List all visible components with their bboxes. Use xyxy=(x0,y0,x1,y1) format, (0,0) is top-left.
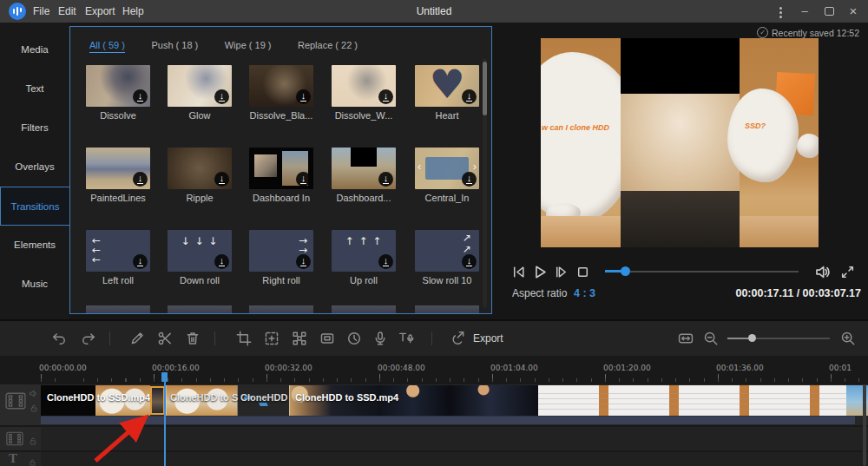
transitions-panel: All ( 59 ) Push ( 18 ) Wipe ( 19 ) Repla… xyxy=(69,26,492,314)
duration-clock-button[interactable] xyxy=(346,331,362,346)
sidebar-item-overlays[interactable]: Overlays xyxy=(0,148,69,187)
previous-frame-button[interactable] xyxy=(511,265,526,283)
kebab-menu-icon[interactable] xyxy=(771,0,790,23)
volume-icon[interactable] xyxy=(814,264,831,284)
next-frame-button[interactable] xyxy=(554,265,569,283)
split-scissors-button[interactable] xyxy=(157,331,173,346)
timeline-transition-clip[interactable] xyxy=(150,386,165,415)
transition-item-heart[interactable]: ♥ ↓ Heart xyxy=(415,65,479,122)
seek-slider[interactable] xyxy=(605,271,799,272)
crop-button[interactable] xyxy=(236,331,252,346)
track-lock-icon[interactable] xyxy=(30,404,38,413)
timeline-zoom-handle[interactable] xyxy=(748,334,756,342)
transition-item-dissolve-black[interactable]: ↓ Dissolve_Bla... xyxy=(249,65,313,122)
minimize-button[interactable]: – xyxy=(795,0,814,23)
download-icon[interactable]: ↓ xyxy=(378,254,393,269)
fit-timeline-button[interactable] xyxy=(678,331,694,346)
left-arrows-icon: ← ← ← xyxy=(92,236,101,265)
download-icon[interactable]: ↓ xyxy=(296,89,311,104)
redo-button[interactable] xyxy=(81,331,96,346)
voiceover-mic-button[interactable] xyxy=(372,331,388,346)
timeline-scrollbar[interactable] xyxy=(863,384,866,466)
stop-button[interactable] xyxy=(575,265,590,283)
text-to-speech-button[interactable] xyxy=(398,331,414,346)
sidebar: Media Text Filters Overlays Transitions … xyxy=(0,23,69,319)
transition-thumbnail: ↓ ↓ ↓ ↓ xyxy=(168,230,232,272)
sidebar-item-transitions[interactable]: Transitions xyxy=(0,187,69,226)
transition-item-slow-roll[interactable]: ↗ ↗ ↓ Slow roll 10 xyxy=(415,230,479,287)
fullscreen-icon[interactable] xyxy=(840,265,855,283)
clip-label: CloneHDD to SSD.mp4 xyxy=(47,392,150,403)
video-track-2[interactable] xyxy=(0,427,868,450)
mosaic-button[interactable] xyxy=(292,331,307,346)
transition-item-dissolve-white[interactable]: ↓ Dissolve_W... xyxy=(332,65,396,122)
playhead-line[interactable] xyxy=(164,372,166,466)
transition-item-ripple[interactable]: ↓ Ripple xyxy=(168,148,232,205)
download-icon[interactable]: ↓ xyxy=(296,254,311,269)
tab-replace[interactable]: Replace ( 22 ) xyxy=(298,40,358,52)
track-lock-icon[interactable] xyxy=(29,458,36,466)
zoom-out-button[interactable] xyxy=(703,331,719,346)
transition-item-up-roll[interactable]: ↑ ↑ ↑ ↓ Up roll xyxy=(332,230,396,287)
transition-item-paintedlines[interactable]: ↓ PaintedLines xyxy=(86,148,150,205)
tab-all[interactable]: All ( 59 ) xyxy=(89,40,125,53)
maximize-button[interactable] xyxy=(819,0,838,23)
download-icon[interactable]: ↓ xyxy=(214,254,229,269)
play-button[interactable] xyxy=(531,264,548,284)
zoom-frame-button[interactable] xyxy=(264,331,279,346)
transition-thumbnail: ↓ xyxy=(332,65,396,107)
tab-wipe[interactable]: Wipe ( 19 ) xyxy=(225,40,272,52)
sidebar-item-text[interactable]: Text xyxy=(0,69,69,108)
download-icon[interactable]: ↓ xyxy=(296,172,311,187)
delete-trash-button[interactable] xyxy=(185,331,201,346)
download-icon[interactable]: ↓ xyxy=(133,172,148,187)
download-icon[interactable]: ↓ xyxy=(462,172,477,187)
timecode: 00:00:17.11 / 00:03:07.17 xyxy=(735,287,861,299)
transition-item-central-in[interactable]: ‹ › ↓ Central_In xyxy=(415,148,479,205)
clip-4-segment[interactable] xyxy=(378,385,538,416)
download-icon[interactable]: ↓ xyxy=(462,89,477,104)
timeline: 00:00:00.00 00:00:16.00 00:00:32.00 00:0… xyxy=(0,356,868,466)
tab-push[interactable]: Push ( 18 ) xyxy=(151,40,198,52)
transition-item-dashboard[interactable]: ↓ Dashboard... xyxy=(332,148,396,205)
transition-thumbnail: ↓ xyxy=(168,65,232,107)
download-icon[interactable]: ↓ xyxy=(214,172,229,187)
transition-item-down-roll[interactable]: ↓ ↓ ↓ ↓ Down roll xyxy=(168,230,232,287)
ruler-label: 00:01:04.00 xyxy=(490,364,538,372)
scrollbar-thumb[interactable] xyxy=(483,62,487,115)
transition-item-dashboard-in[interactable]: ↓ Dashboard In xyxy=(249,148,313,205)
video-track-1[interactable]: CloneHDD to SSD.mp4 CloneHDD to S CloneH… xyxy=(0,384,868,425)
export-icon[interactable] xyxy=(450,331,466,346)
track-mute-icon[interactable] xyxy=(29,389,38,398)
close-button[interactable]: × xyxy=(844,0,863,23)
clip-4-segment[interactable] xyxy=(538,385,846,416)
track-lock-icon[interactable] xyxy=(29,436,37,446)
sidebar-item-music[interactable]: Music xyxy=(0,265,69,304)
sidebar-item-media[interactable]: Media xyxy=(0,30,69,69)
download-icon[interactable]: ↓ xyxy=(378,172,393,187)
video-frame-right: SSD? xyxy=(740,38,819,247)
export-button[interactable]: Export xyxy=(473,332,503,345)
download-icon[interactable]: ↓ xyxy=(462,254,477,269)
sidebar-item-elements[interactable]: Elements xyxy=(0,226,69,265)
zoom-in-button[interactable] xyxy=(840,331,856,346)
transition-label: Glow xyxy=(159,110,240,121)
transition-item-dissolve[interactable]: ↓ Dissolve xyxy=(86,65,150,122)
download-icon[interactable]: ↓ xyxy=(214,89,229,104)
undo-button[interactable] xyxy=(51,331,67,346)
transition-item-right-roll[interactable]: → → ↓ Right roll xyxy=(249,230,313,287)
download-icon[interactable]: ↓ xyxy=(378,89,393,104)
text-track[interactable]: T xyxy=(0,452,868,466)
freeze-frame-button[interactable] xyxy=(319,331,335,346)
aspect-ratio-value[interactable]: 4 : 3 xyxy=(574,287,595,299)
transition-thumbnail: → → ↓ xyxy=(249,230,313,272)
sidebar-item-filters[interactable]: Filters xyxy=(0,108,69,148)
edit-pencil-button[interactable] xyxy=(129,331,145,346)
transition-item-glow[interactable]: ↓ Glow xyxy=(168,65,232,122)
download-icon[interactable]: ↓ xyxy=(133,89,148,104)
transition-item-left-roll[interactable]: ← ← ← ↓ Left roll xyxy=(86,230,150,287)
panel-scrollbar[interactable] xyxy=(483,58,487,308)
transition-thumbnail: ↗ ↗ ↓ xyxy=(415,230,479,272)
download-icon[interactable]: ↓ xyxy=(133,254,148,269)
seek-handle[interactable] xyxy=(621,266,630,276)
